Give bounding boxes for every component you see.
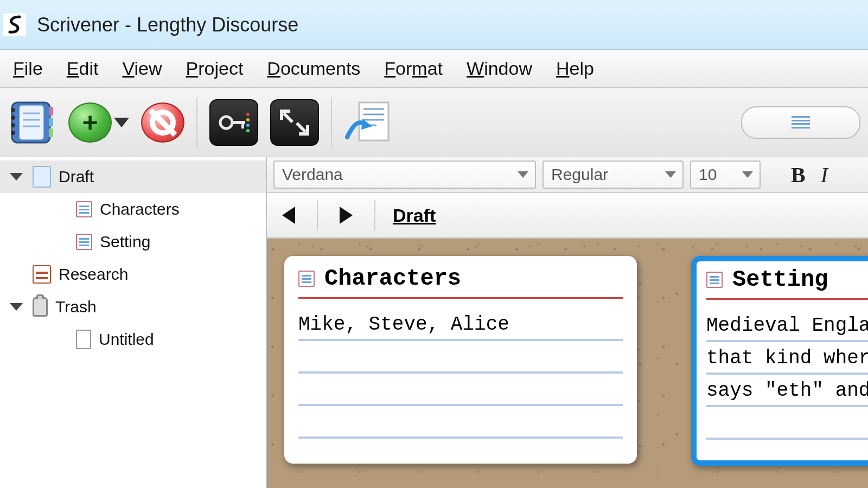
svg-point-19 [246, 129, 250, 132]
no-entry-icon [150, 110, 176, 136]
document-icon [706, 272, 723, 288]
disclosure-triangle-icon[interactable] [10, 303, 23, 311]
binder-label: Draft [59, 168, 94, 186]
document-icon [298, 271, 315, 287]
window-title: Scrivener - Lengthy Discourse [37, 14, 298, 36]
folder-icon [33, 166, 51, 188]
research-icon [33, 265, 51, 284]
expand-icon [279, 109, 310, 136]
card-body[interactable]: Mike, Steve, Alice [298, 309, 623, 450]
triangle-right-icon [340, 207, 353, 224]
compile-icon [344, 99, 393, 146]
svg-point-17 [246, 118, 250, 121]
format-bar: Verdana Regular 10 B I [267, 157, 868, 193]
font-size-value: 10 [699, 165, 717, 184]
menu-help[interactable]: Help [556, 58, 594, 79]
svg-rect-12 [49, 129, 53, 137]
font-family-value: Verdana [282, 165, 343, 184]
binder-label: Setting [100, 233, 150, 251]
svg-line-21 [297, 123, 305, 132]
bold-button[interactable]: B [787, 162, 810, 188]
binder-item-draft[interactable]: Draft [0, 160, 266, 193]
trash-icon [33, 297, 48, 317]
binder-sidebar: Draft Characters Setting Research Trash … [0, 157, 267, 488]
svg-point-8 [11, 123, 15, 127]
menu-project[interactable]: Project [186, 58, 244, 79]
binder-label: Research [59, 265, 128, 284]
menu-window[interactable]: Window [467, 58, 532, 79]
menu-edit[interactable]: Edit [67, 58, 99, 79]
svg-point-16 [246, 113, 250, 116]
blank-document-icon [76, 330, 91, 349]
fullscreen-button[interactable] [270, 99, 319, 146]
corkboard[interactable]: Characters Mike, Steve, Alice Setting Me… [267, 239, 868, 488]
app-icon [3, 14, 26, 36]
document-icon [76, 201, 92, 217]
editor-path-title[interactable]: Draft [393, 205, 436, 226]
index-card-characters[interactable]: Characters Mike, Steve, Alice [284, 256, 637, 464]
binder-item-trash[interactable]: Trash [0, 291, 266, 323]
menu-format[interactable]: Format [384, 58, 443, 79]
font-style-dropdown[interactable]: Regular [542, 160, 684, 189]
svg-point-13 [220, 117, 232, 129]
delete-button[interactable] [141, 102, 184, 143]
binder-label: Trash [55, 298, 97, 316]
lines-icon [792, 115, 810, 130]
toolbar-separator [331, 98, 332, 147]
binder-label: Untitled [99, 330, 154, 349]
nav-back-button[interactable] [278, 204, 299, 226]
svg-point-6 [11, 108, 15, 112]
disclosure-triangle-icon[interactable] [10, 173, 23, 181]
chevron-down-icon [665, 171, 676, 178]
key-icon [218, 109, 250, 136]
font-family-dropdown[interactable]: Verdana [273, 160, 536, 189]
menu-documents[interactable]: Documents [267, 58, 360, 79]
binder-item-untitled[interactable]: Untitled [0, 323, 266, 356]
chevron-down-icon [518, 171, 528, 178]
font-style-value: Regular [551, 165, 608, 184]
toolbar-separator [196, 98, 197, 147]
chevron-down-icon [742, 171, 753, 178]
card-title: Setting [732, 267, 828, 293]
index-card-setting[interactable]: Setting Medieval England, but not that k… [691, 256, 868, 466]
view-mode-toggle[interactable] [741, 106, 860, 139]
nav-forward-button[interactable] [335, 204, 357, 226]
italic-button[interactable]: I [816, 162, 832, 188]
binder-item-characters[interactable]: Characters [0, 193, 266, 226]
menu-file[interactable]: File [13, 58, 43, 79]
add-button[interactable]: + [68, 102, 112, 143]
toolbar: + [0, 88, 868, 157]
binder-item-research[interactable]: Research [0, 258, 266, 291]
menu-bar: File Edit View Project Documents Format … [0, 50, 868, 88]
binder-label: Characters [100, 200, 180, 219]
svg-rect-10 [49, 107, 53, 115]
svg-line-20 [284, 113, 292, 122]
svg-rect-11 [49, 118, 53, 126]
view-mode-document[interactable] [742, 107, 859, 138]
card-title: Characters [324, 266, 461, 292]
triangle-left-icon [282, 207, 295, 224]
document-icon [76, 234, 92, 250]
editor-path-bar: Draft [267, 193, 868, 239]
keywords-button[interactable] [209, 99, 258, 146]
svg-rect-15 [241, 121, 244, 129]
compile-button[interactable] [344, 99, 393, 146]
title-bar: Scrivener - Lengthy Discourse [0, 0, 868, 50]
svg-point-9 [11, 131, 15, 135]
svg-point-7 [11, 115, 15, 120]
svg-rect-2 [20, 106, 43, 139]
binder-item-setting[interactable]: Setting [0, 226, 266, 258]
separator [317, 200, 318, 230]
add-dropdown-caret-icon[interactable] [114, 118, 129, 127]
card-body[interactable]: Medieval England, but not that kind wher… [706, 310, 868, 451]
svg-point-18 [246, 124, 250, 127]
separator [374, 200, 375, 230]
toggle-binder-button[interactable] [8, 99, 56, 146]
menu-view[interactable]: View [122, 58, 162, 79]
font-size-dropdown[interactable]: 10 [690, 160, 761, 189]
